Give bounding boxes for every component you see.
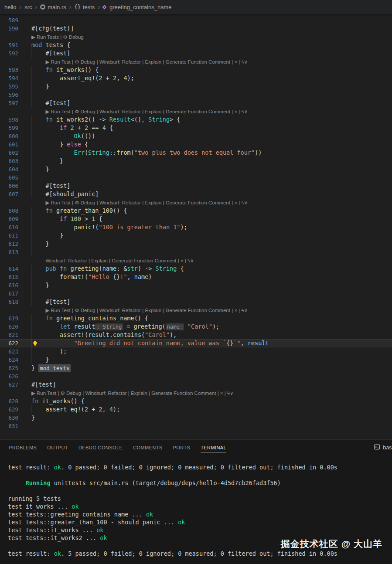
code-line[interactable]: 598 fn it_works2() -> Result<(), String>… (0, 116, 392, 124)
codelens-debug[interactable]: ⚙ Debug (61, 391, 81, 396)
code-line[interactable]: 605 (0, 173, 392, 182)
codelens-windsurf-refactor[interactable]: Windsurf: Refactor (85, 391, 126, 396)
code-line[interactable]: 607 #[should_panic] (0, 190, 392, 198)
breadcrumb-item-hello[interactable]: hello (4, 4, 16, 10)
terminal-profile-selector[interactable]: bash - (374, 444, 392, 452)
code-line[interactable]: 602 Err(String::from("two plus two does … (0, 149, 392, 157)
code-editor[interactable]: 589590#[cfg(test)]▶ Run Tests | ⚙ Debug5… (0, 14, 392, 439)
code-line[interactable]: 600 Ok(()) (0, 132, 392, 140)
codelens-icon[interactable]: ϟ∨ (227, 391, 234, 396)
code-line[interactable]: 601 } else { (0, 140, 392, 149)
code-line[interactable]: 626 (0, 372, 392, 381)
codelens-debug[interactable]: ⚙ Debug (75, 59, 95, 65)
panel-tab-comments[interactable]: COMMENTS (128, 440, 167, 455)
codelens-icon[interactable]: × (181, 258, 184, 263)
panel-tab-debug-console[interactable]: DEBUG CONSOLE (73, 440, 128, 455)
codelens-explain[interactable]: Explain (145, 109, 162, 114)
code-line[interactable]: 593 fn it_works() { (0, 66, 392, 74)
codelens-icon[interactable]: ϟ∨ (241, 109, 248, 114)
codelens-debug[interactable]: ⚙ Debug (75, 200, 95, 205)
code-line[interactable]: 621 assert!(result.contains("Carol"), (0, 331, 392, 339)
code-line[interactable]: 590#[cfg(test)] (0, 24, 392, 33)
codelens-explain[interactable]: Explain (145, 200, 162, 205)
code-line[interactable]: 629 assert_eq!(2 + 2, 4); (0, 405, 392, 414)
code-line[interactable]: 606 #[test] (0, 182, 392, 190)
breadcrumb-item-tests[interactable]: {}tests (74, 4, 95, 10)
code-line[interactable]: 612 } (0, 240, 392, 248)
codelens-generate-function-comment[interactable]: Generate Function Comment (151, 391, 216, 396)
code-line[interactable]: 627#[test] (0, 381, 392, 389)
codelens-windsurf-refactor[interactable]: Windsurf: Refactor (99, 109, 141, 114)
codelens-explain[interactable]: Explain (131, 391, 147, 396)
code-line[interactable]: 616 } (0, 281, 392, 289)
codelens-run-test[interactable]: ▶ Run Test (46, 200, 71, 205)
code-line[interactable]: 620 let result: String = greeting(name: … (0, 323, 392, 331)
code-line[interactable]: 597 #[test] (0, 99, 392, 107)
breadcrumb-separator: › (98, 3, 100, 10)
codelens-explain[interactable]: Explain (145, 308, 162, 313)
codelens-debug[interactable]: ⚙ Debug (75, 308, 95, 313)
code-line[interactable]: 610 panic!("100 is greater than 1"); (0, 223, 392, 231)
codelens-icon[interactable]: ϟ∨ (241, 308, 248, 313)
codelens-generate-function-comment[interactable]: Generate Function Comment (166, 59, 230, 65)
code-line[interactable]: 599 if 2 + 2 == 4 { (0, 124, 392, 132)
codelens-generate-function-comment[interactable]: Generate Function Comment (166, 308, 230, 313)
breadcrumb-item-src[interactable]: src (24, 4, 32, 10)
codelens-windsurf-refactor[interactable]: Windsurf: Refactor (99, 59, 141, 65)
codelens-debug[interactable]: ⚙ Debug (75, 109, 95, 114)
codelens-generate-function-comment[interactable]: Generate Function Comment (166, 109, 230, 114)
code-token: } (31, 232, 63, 239)
code-line[interactable]: 617 (0, 289, 392, 298)
codelens-run-test[interactable]: ▶ Run Test (46, 59, 71, 65)
terminal-text: unittests src/main.rs (target/debug/deps… (51, 479, 281, 486)
code-line[interactable]: 619 fn greeting_contains_name() { (0, 314, 392, 323)
codelens-windsurf-refactor[interactable]: Windsurf: Refactor (99, 308, 141, 313)
code-line[interactable]: 622 "Greeting did not contain name, valu… (0, 339, 392, 347)
codelens-run-test[interactable]: ▶ Run Test (31, 391, 56, 396)
code-line[interactable]: 625} mod tests (0, 364, 392, 372)
code-line[interactable]: 592 #[test] (0, 49, 392, 58)
code-line[interactable]: 609 if 100 > 1 { (0, 215, 392, 223)
codelens-icon[interactable]: ϟ∨ (187, 258, 194, 263)
lightbulb-icon[interactable] (32, 340, 38, 346)
code-line[interactable]: 591mod tests { (0, 41, 392, 49)
code-line[interactable]: 615 format!("Hello {}!", name) (0, 273, 392, 281)
breadcrumb-item-greeting-contains-name[interactable]: greeting_contains_name (103, 4, 171, 10)
code-line[interactable]: 631 (0, 422, 392, 430)
panel-tab-output[interactable]: OUTPUT (42, 440, 73, 455)
codelens-icon[interactable]: × (220, 391, 223, 396)
codelens-generate-function-comment[interactable]: Generate Function Comment (166, 200, 230, 205)
code-line[interactable]: 608 fn greater_than_100() { (0, 207, 392, 215)
code-token: mod (31, 41, 42, 48)
indent-guide (31, 273, 32, 281)
codelens-run-test[interactable]: ▶ Run Test (46, 109, 71, 114)
code-line[interactable]: 604 } (0, 165, 392, 173)
panel-tab-problems[interactable]: PROBLEMS (3, 440, 42, 455)
code-line[interactable]: 613 (0, 248, 392, 256)
code-line[interactable]: 628fn it_works() { (0, 397, 392, 405)
code-line[interactable]: 596 (0, 91, 392, 99)
codelens-windsurf-refactor[interactable]: Windsurf: Refactor (99, 200, 141, 205)
codelens-debug[interactable]: ⚙ Debug (63, 34, 83, 40)
codelens-run-test[interactable]: ▶ Run Test (46, 308, 71, 313)
panel-tab-terminal[interactable]: TERMINAL (195, 440, 232, 455)
code-line[interactable]: 595 } (0, 82, 392, 91)
breadcrumb-item-main-rs[interactable]: main.rs (40, 4, 66, 10)
codelens-icon[interactable]: ϟ∨ (241, 59, 248, 65)
code-line[interactable]: 603 } (0, 157, 392, 165)
codelens-explain[interactable]: Explain (145, 59, 162, 65)
codelens-windsurf-refactor[interactable]: Windsurf: Refactor (46, 258, 87, 263)
code-line[interactable]: 618 #[test] (0, 298, 392, 306)
panel-tab-ports[interactable]: PORTS (168, 440, 196, 455)
codelens-run-tests[interactable]: ▶ Run Tests (31, 34, 59, 40)
code-line[interactable]: 589 (0, 16, 392, 24)
codelens-explain[interactable]: Explain (91, 258, 108, 263)
code-line[interactable]: 630} (0, 414, 392, 422)
codelens-icon[interactable]: ϟ∨ (241, 200, 248, 205)
code-line[interactable]: 623 ); (0, 347, 392, 356)
code-line[interactable]: 611 } (0, 231, 392, 240)
code-line[interactable]: 594 assert_eq!(2 + 2, 4); (0, 74, 392, 82)
codelens-generate-function-comment[interactable]: Generate Function Comment (112, 258, 176, 263)
code-line[interactable]: 614 pub fn greeting(name: &str) -> Strin… (0, 265, 392, 273)
code-line[interactable]: 624 } (0, 356, 392, 364)
